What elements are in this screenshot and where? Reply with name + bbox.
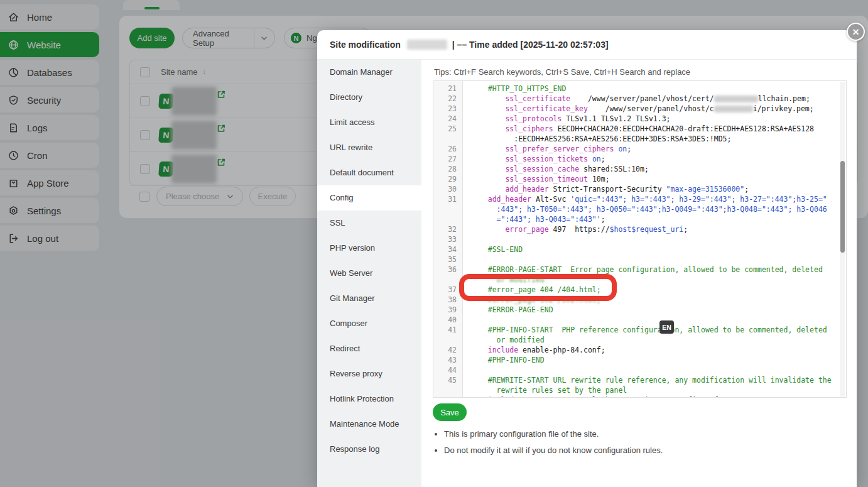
line-number: 45 bbox=[433, 375, 462, 385]
code-text: ssl_prefer_server_ciphers on; bbox=[462, 144, 631, 154]
line-number: 32 bbox=[433, 224, 462, 234]
code-text: add_header Alt-Svc 'quic=":443"; h3=":44… bbox=[462, 194, 827, 204]
dialog-title-time: | –– Time added [2025-11-20 02:57:03] bbox=[452, 40, 609, 50]
dialog-menu-item-git-manager[interactable]: Git Manager bbox=[317, 286, 421, 311]
code-text: ssl_certificate /www/server/panel/vhost/… bbox=[462, 94, 810, 104]
note-item: Do not modify it at will if you do not k… bbox=[444, 442, 663, 459]
line-number bbox=[433, 385, 462, 395]
dialog-menu-item-php-version[interactable]: PHP version bbox=[317, 236, 421, 261]
line-number: 42 bbox=[433, 345, 462, 355]
line-number: 24 bbox=[433, 114, 462, 124]
editor-tips: Tips: Ctrl+F Search keywords, Ctrl+S Sav… bbox=[434, 67, 690, 77]
dialog-menu-item-hotlink-protection[interactable]: Hotlink Protection bbox=[317, 386, 421, 412]
line-number: 37 bbox=[433, 285, 462, 295]
code-line: :443"; h3-T050=":443"; h3-Q050=":443";h3… bbox=[433, 204, 846, 214]
dialog-menu-item-composer[interactable]: Composer bbox=[317, 311, 421, 336]
dialog-menu-item-config[interactable]: Config bbox=[317, 185, 421, 211]
line-number: 30 bbox=[433, 184, 462, 194]
code-text: #ERROR-PAGE-START Error page configurati… bbox=[462, 265, 823, 275]
code-line: 39 #ERROR-PAGE-END bbox=[433, 305, 846, 315]
line-number: 41 bbox=[433, 325, 462, 335]
save-button[interactable]: Save bbox=[433, 403, 467, 421]
code-line: 24 ssl_protocols TLSv1.1 TLSv1.2 TLSv1.3… bbox=[433, 114, 846, 124]
close-icon[interactable]: ✕ bbox=[847, 23, 865, 41]
screen: HomeWebsiteDatabasesSecurityLogsCronApp … bbox=[0, 0, 868, 487]
code-text: #SSL-END bbox=[462, 244, 523, 254]
code-line: 22 ssl_certificate /www/server/panel/vho… bbox=[433, 94, 846, 104]
line-number bbox=[433, 134, 462, 144]
line-number: 33 bbox=[433, 234, 462, 244]
code-text: rewrite rules set by the panel bbox=[462, 385, 627, 395]
note-item: This is primary configuration file of th… bbox=[444, 426, 663, 442]
dialog-menu-item-reverse-proxy[interactable]: Reverse proxy bbox=[317, 361, 421, 386]
line-number: 34 bbox=[433, 244, 462, 254]
code-line: 34 #SSL-END bbox=[433, 244, 846, 254]
redacted-text bbox=[714, 106, 753, 112]
dialog-menu-item-directory[interactable]: Directory bbox=[317, 85, 421, 110]
code-text: :443"; h3-T050=":443"; h3-Q050=":443";h3… bbox=[462, 204, 827, 214]
code-line: 27 ssl_session_tickets on; bbox=[433, 154, 846, 164]
line-number: 31 bbox=[433, 194, 462, 204]
code-text: =":443"; h3-Q043=":443"'; bbox=[462, 214, 605, 224]
dialog-menu-item-limit-access[interactable]: Limit access bbox=[317, 110, 421, 135]
dialog-menu-item-default-document[interactable]: Default document bbox=[317, 160, 421, 185]
code-line: 45 #REWRITE-START URL rewrite rule refer… bbox=[433, 375, 846, 385]
code-line: 26 ssl_prefer_server_ciphers on; bbox=[433, 144, 846, 154]
code-line: =":443"; h3-Q043=":443"'; bbox=[433, 214, 846, 224]
editor-scrollbar-thumb[interactable] bbox=[840, 161, 845, 253]
site-modification-dialog: Site modification | –– Time added [2025-… bbox=[317, 30, 857, 487]
code-text: #PHP-INFO-START PHP reference configurat… bbox=[462, 325, 827, 335]
code-text bbox=[462, 254, 470, 265]
code-text: :EECDH+AES256:RSA+AES256:EECDH+3DES:RSA+… bbox=[462, 134, 731, 144]
line-number bbox=[433, 204, 462, 214]
dialog-title: Site modification | –– Time added [2025-… bbox=[317, 30, 857, 60]
code-line: rewrite rules set by the panel bbox=[433, 385, 846, 395]
code-text: ssl_session_cache shared:SSL:10m; bbox=[462, 164, 649, 174]
code-line: 25 ssl_ciphers EECDH+CHACHA20:EECDH+CHAC… bbox=[433, 124, 846, 134]
dialog-menu-item-response-log[interactable]: Response log bbox=[317, 437, 421, 462]
redacted-site-name bbox=[407, 40, 447, 50]
code-line: 30 add_header Strict-Transport-Security … bbox=[433, 184, 846, 194]
code-text: error_page 497 https://$host$request_uri… bbox=[462, 224, 688, 234]
code-text: or modified bbox=[462, 335, 545, 345]
redacted-text bbox=[714, 96, 758, 102]
line-number: 36 bbox=[433, 265, 462, 275]
line-number: 40 bbox=[433, 315, 462, 325]
line-number: 25 bbox=[433, 124, 462, 134]
line-number: 39 bbox=[433, 305, 462, 315]
code-text: ssl_ciphers EECDH+CHACHA20:EECDH+CHACHA2… bbox=[462, 124, 814, 134]
code-text: ssl_session_tickets on; bbox=[462, 154, 605, 164]
code-text bbox=[462, 234, 470, 244]
code-text: include /www/server/panel/vhost/rewrite/… bbox=[462, 395, 723, 398]
line-number: 46 bbox=[433, 395, 462, 398]
code-line: 44 bbox=[433, 365, 846, 375]
dialog-menu-item-redirect[interactable]: Redirect bbox=[317, 336, 421, 361]
line-number: 28 bbox=[433, 164, 462, 174]
red-highlight-annotation bbox=[459, 274, 617, 301]
code-line: 41 #PHP-INFO-START PHP reference configu… bbox=[433, 325, 846, 335]
code-text: ssl_certificate_key /www/server/panel/vh… bbox=[462, 104, 814, 114]
code-lines: 21 #HTTP_TO_HTTPS_END22 ssl_certificate … bbox=[433, 84, 846, 398]
line-number: 35 bbox=[433, 254, 462, 265]
dialog-menu-item-maintenance-mode[interactable]: Maintenance Mode bbox=[317, 412, 421, 437]
code-line: 46 include /www/server/panel/vhost/rewri… bbox=[433, 395, 846, 398]
code-line: 42 include enable-php-84.conf; bbox=[433, 345, 846, 355]
code-line: 43 #PHP-INFO-END bbox=[433, 355, 846, 365]
line-number bbox=[433, 335, 462, 345]
dialog-menu-item-domain-manager[interactable]: Domain Manager bbox=[317, 60, 421, 85]
line-number: 21 bbox=[433, 84, 462, 94]
line-number bbox=[433, 214, 462, 224]
code-line: 29 ssl_session_timeout 10m; bbox=[433, 174, 846, 184]
config-code-editor[interactable]: 21 #HTTP_TO_HTTPS_END22 ssl_certificate … bbox=[433, 80, 847, 398]
code-line: 23 ssl_certificate_key /www/server/panel… bbox=[433, 104, 846, 114]
code-text: ssl_session_timeout 10m; bbox=[462, 174, 610, 184]
line-number: 23 bbox=[433, 104, 462, 114]
code-line: 33 bbox=[433, 234, 846, 244]
config-notes: This is primary configuration file of th… bbox=[444, 426, 663, 459]
code-text bbox=[462, 365, 470, 375]
code-text: #HTTP_TO_HTTPS_END bbox=[462, 84, 566, 94]
code-text: ssl_protocols TLSv1.1 TLSv1.2 TLSv1.3; bbox=[462, 114, 671, 124]
dialog-menu-item-web-server[interactable]: Web Server bbox=[317, 261, 421, 286]
dialog-menu-item-url-rewrite[interactable]: URL rewrite bbox=[317, 135, 421, 160]
dialog-menu-item-ssl[interactable]: SSL bbox=[317, 211, 421, 236]
